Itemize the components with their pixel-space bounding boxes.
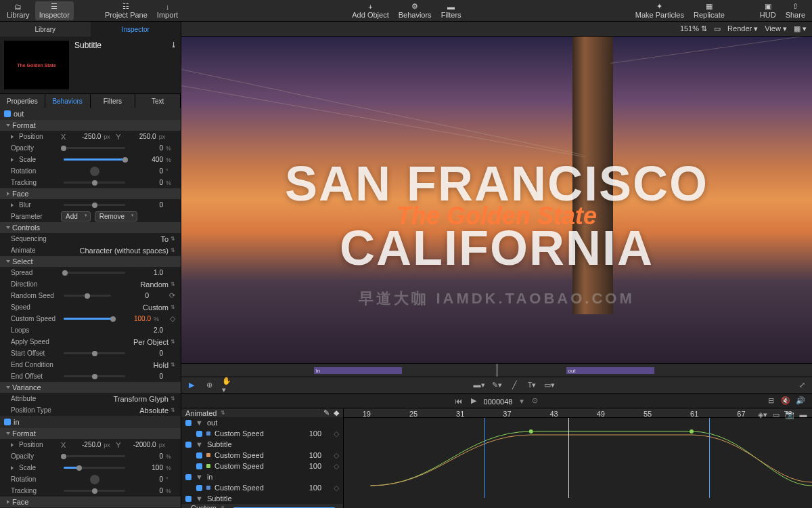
checkbox-icon[interactable]	[4, 110, 11, 117]
play-icon[interactable]: ▶	[469, 396, 478, 406]
timeline-track[interactable]: Custom Speed100◇	[181, 450, 343, 461]
param-loops[interactable]: Loops2.0	[0, 324, 181, 336]
param-rotation-in[interactable]: Rotation0°	[0, 473, 181, 485]
timeline-playhead[interactable]	[568, 418, 569, 498]
timeline-track[interactable]: ▼in	[181, 471, 343, 482]
track-checkbox[interactable]	[185, 474, 191, 480]
param-apply-speed[interactable]: Apply SpeedPer Object⇅	[0, 336, 181, 347]
record-icon[interactable]: ⊙	[530, 396, 539, 406]
canvas-viewport[interactable]: SAN FRANCISCO The Golden State CALIFORNI…	[181, 37, 812, 363]
mask-tool-icon[interactable]: ▭▾	[545, 381, 554, 390]
param-position-type[interactable]: Position TypeAbsolute⇅	[0, 404, 181, 416]
tab-properties[interactable]: Properties	[0, 94, 45, 108]
snap-icon[interactable]: ◈▾	[758, 410, 767, 419]
section-face-in[interactable]: Face	[0, 496, 181, 507]
zoom-level[interactable]: 151% ⇅	[680, 24, 707, 33]
section-select[interactable]: Select	[0, 256, 181, 267]
param-rotation[interactable]: Rotation0°	[0, 165, 181, 177]
param-sequencing[interactable]: SequencingTo⇅	[0, 233, 181, 245]
expand-icon[interactable]: ⤢	[797, 381, 807, 390]
track-checkbox[interactable]	[196, 463, 202, 469]
toolbar-library[interactable]: 🗂Library	[3, 1, 34, 20]
snapshot-icon[interactable]: 📷	[785, 410, 794, 419]
remove-button[interactable]: Remove	[95, 211, 137, 221]
keyframe-icon[interactable]: ◇	[170, 314, 175, 323]
lock-icon[interactable]: ⤓	[171, 41, 177, 50]
edit-icon[interactable]: ✎	[323, 408, 330, 417]
toolbar-share[interactable]: ⇧Share	[782, 1, 809, 20]
toolbar-project-pane[interactable]: ☷Project Pane	[101, 1, 152, 20]
rotation-dial[interactable]	[90, 475, 99, 484]
param-parameter[interactable]: ParameterAddRemove	[0, 211, 181, 222]
toolbar-filters[interactable]: ▬Filters	[437, 1, 466, 20]
param-animate[interactable]: AnimateCharacter (without spaces)⇅	[0, 245, 181, 256]
timeline-track[interactable]: Custom Speed100◇	[181, 482, 343, 493]
pen-tool-icon[interactable]: ✎▾	[492, 381, 501, 390]
transform-tool-icon[interactable]: ⊕	[204, 381, 214, 390]
curve-type-select[interactable]: Custom	[191, 504, 217, 508]
fit-icon[interactable]: ▭	[714, 24, 721, 33]
hand-tool-icon[interactable]: ✋▾	[222, 381, 231, 390]
checkbox-icon[interactable]	[4, 419, 11, 425]
playhead[interactable]	[497, 364, 497, 377]
param-scale-in[interactable]: Scale100%	[0, 462, 181, 473]
tab-filters[interactable]: Filters	[91, 94, 136, 108]
timeline-track[interactable]: ▼Subtitle	[181, 439, 343, 450]
toolbar-import[interactable]: ↓Import	[153, 1, 182, 20]
timeline-track-list[interactable]: Animated ⇅ ✎ ◆ ▼outCustom Speed100◇▼Subt…	[181, 408, 344, 508]
timeline-filter[interactable]: Animated	[185, 409, 217, 417]
param-start-offset[interactable]: Start Offset0	[0, 347, 181, 359]
section-controls[interactable]: Controls	[0, 222, 181, 233]
param-speed[interactable]: SpeedCustom⇅	[0, 301, 181, 313]
track-checkbox[interactable]	[196, 452, 202, 459]
section-face[interactable]: Face	[0, 188, 181, 199]
timeline-track[interactable]: ▼Subtitle	[181, 493, 343, 504]
param-tracking[interactable]: Tracking0%	[0, 177, 181, 188]
param-attribute[interactable]: AttributeTransform Glyph⇅	[0, 393, 181, 404]
toolbar-replicate[interactable]: ▦Replicate	[690, 1, 729, 20]
track-checkbox[interactable]	[185, 420, 191, 426]
param-spread[interactable]: Spread1.0	[0, 267, 181, 278]
track-checkbox[interactable]	[196, 431, 202, 437]
layout-icon[interactable]: ▦ ▾	[794, 24, 807, 33]
fit-curves-icon[interactable]: ▭	[771, 410, 781, 419]
render-menu[interactable]: Render ▾	[727, 24, 758, 33]
text-tool-icon[interactable]: T▾	[527, 381, 537, 390]
section-format[interactable]: Format	[0, 120, 181, 131]
rect-tool-icon[interactable]: ▬▾	[474, 381, 484, 390]
rotation-dial[interactable]	[90, 167, 99, 176]
regenerate-icon[interactable]: ⟳	[169, 291, 175, 300]
param-opacity-in[interactable]: Opacity0%	[0, 450, 181, 462]
library-tab[interactable]: Library	[0, 22, 91, 37]
arrow-tool-icon[interactable]: ▶	[187, 381, 196, 390]
timeline-track[interactable]: Custom Speed100◇	[181, 461, 343, 471]
inspector-tab[interactable]: Inspector	[91, 22, 181, 37]
track-checkbox[interactable]	[196, 485, 202, 491]
param-scale[interactable]: Scale400%	[0, 154, 181, 165]
clear-icon[interactable]: ▬	[798, 410, 808, 419]
timecode[interactable]: 0000048 ▾	[484, 395, 525, 407]
param-end-condition[interactable]: End ConditionHold⇅	[0, 359, 181, 371]
behavior-in-header[interactable]: in	[0, 416, 181, 428]
section-format-in[interactable]: Format	[0, 428, 181, 439]
behavior-out-header[interactable]: out	[0, 108, 181, 120]
param-random-seed[interactable]: Random Seed0⟳	[0, 290, 181, 301]
toolbar-hud[interactable]: ▣HUD	[756, 1, 780, 20]
time-ruler[interactable]: 19253137434955616773	[344, 408, 812, 418]
param-position[interactable]: PositionX-250.0pxY250.0px	[0, 131, 181, 142]
param-opacity[interactable]: Opacity0%	[0, 142, 181, 154]
param-end-offset[interactable]: End Offset0	[0, 371, 181, 382]
param-position-in[interactable]: PositionX-250.0pxY-2000.0px	[0, 439, 181, 450]
timeline-curves[interactable]: 19253137434955616773 ◈▾ ▭ 📷	[344, 408, 812, 508]
line-tool-icon[interactable]: ╱	[510, 381, 519, 390]
param-blur[interactable]: Blur0	[0, 199, 181, 211]
toolbar-inspector[interactable]: ☰Inspector	[35, 1, 74, 20]
mini-timeline[interactable]: in out	[181, 363, 812, 377]
tab-text[interactable]: Text	[135, 94, 181, 108]
param-tracking-in[interactable]: Tracking0%	[0, 485, 181, 496]
track-checkbox[interactable]	[185, 496, 191, 502]
toolbar-make-particles[interactable]: ✦Make Particles	[631, 1, 688, 20]
parameter-list[interactable]: out Format PositionX-250.0pxY250.0px Opa…	[0, 108, 181, 508]
section-variance[interactable]: Variance	[0, 382, 181, 393]
param-custom-speed[interactable]: Custom Speed100.0%◇	[0, 313, 181, 324]
